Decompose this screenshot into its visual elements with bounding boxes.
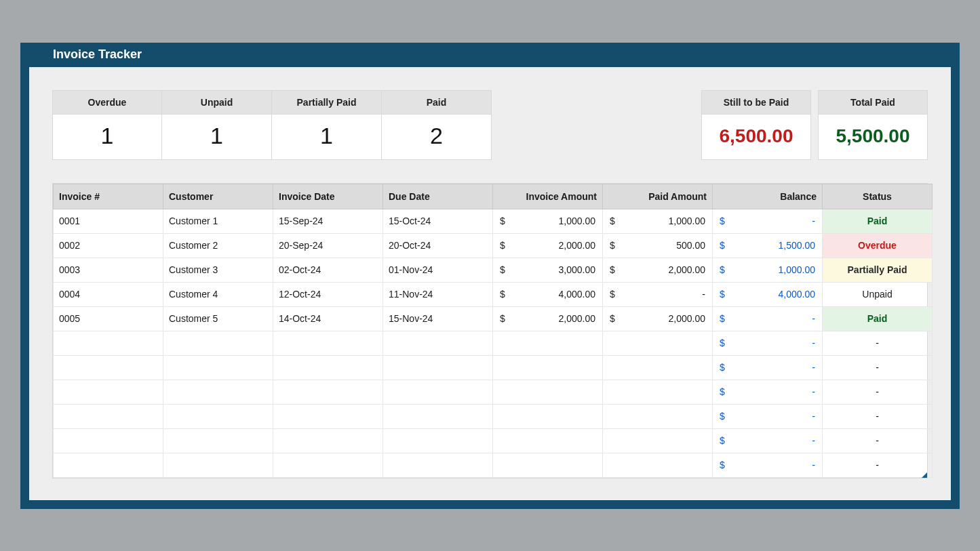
cell <box>383 453 493 477</box>
col-header[interactable]: Invoice Amount <box>493 184 603 209</box>
table-row[interactable]: $-- <box>54 355 933 380</box>
currency-symbol: $ <box>718 216 725 226</box>
currency-symbol: $ <box>498 264 505 275</box>
cell <box>383 355 493 380</box>
currency-symbol: $ <box>718 264 725 275</box>
summary-card-overdue: Overdue1 <box>52 90 162 160</box>
cell <box>163 380 273 404</box>
cell <box>383 404 493 428</box>
summary-card-paid: Paid2 <box>382 90 492 160</box>
col-header[interactable]: Status <box>823 184 933 209</box>
table-row[interactable]: 0001Customer 115-Sep-2415-Oct-24$1,000.0… <box>54 209 933 233</box>
cell <box>54 331 163 355</box>
money-value: 2,000.00 <box>669 313 707 324</box>
money-value: 2,000.00 <box>669 264 707 275</box>
money-value: - <box>812 386 817 397</box>
status-cell: - <box>823 404 933 428</box>
money-cell: $3,000.00 <box>498 264 597 275</box>
cell: Customer 4 <box>163 282 273 306</box>
cell <box>603 355 713 380</box>
col-header[interactable]: Due Date <box>383 184 493 209</box>
currency-symbol: $ <box>498 313 505 324</box>
table-row[interactable]: 0002Customer 220-Sep-2420-Oct-24$2,000.0… <box>54 233 933 258</box>
cell: 12-Oct-24 <box>273 282 383 306</box>
currency-symbol: $ <box>718 313 725 324</box>
cell <box>493 380 603 404</box>
money-cell: $1,500.00 <box>718 240 817 251</box>
summary-card-value: 1 <box>53 115 161 159</box>
col-header[interactable]: Invoice Date <box>273 184 383 209</box>
table-row[interactable]: $-- <box>54 331 933 355</box>
col-header[interactable]: Invoice # <box>54 184 163 209</box>
cell <box>273 404 383 428</box>
table-row[interactable]: $-- <box>54 428 933 453</box>
money-value: - <box>812 435 817 446</box>
money-cell: $2,000.00 <box>498 240 597 251</box>
status-cell: - <box>823 380 933 404</box>
cell: Customer 5 <box>163 306 273 331</box>
status-cell: Partially Paid <box>823 258 933 282</box>
app-frame: Invoice Tracker Overdue1Unpaid1Partially… <box>20 43 960 509</box>
currency-symbol: $ <box>718 386 725 397</box>
currency-symbol: $ <box>608 216 615 226</box>
money-cell: $4,000.00 <box>498 289 597 300</box>
currency-symbol: $ <box>718 460 725 470</box>
cell: Customer 1 <box>163 209 273 233</box>
summary-card-label: Still to be Paid <box>702 91 810 115</box>
cell: 20-Sep-24 <box>273 233 383 258</box>
col-header[interactable]: Balance <box>713 184 823 209</box>
cell: 01-Nov-24 <box>383 258 493 282</box>
currency-symbol: $ <box>718 411 725 422</box>
cell <box>163 453 273 477</box>
money-value: 500.00 <box>676 240 707 251</box>
currency-symbol: $ <box>498 240 505 251</box>
currency-symbol: $ <box>498 289 505 300</box>
table-row[interactable]: 0003Customer 302-Oct-2401-Nov-24$3,000.0… <box>54 258 933 282</box>
table-row[interactable]: $-- <box>54 380 933 404</box>
invoice-table-wrap: Invoice #CustomerInvoice DateDue DateInv… <box>52 183 928 478</box>
money-value: - <box>812 216 817 226</box>
money-cell: $- <box>718 362 817 373</box>
money-cell: $1,000.00 <box>608 216 707 226</box>
table-row[interactable]: 0004Customer 412-Oct-2411-Nov-24$4,000.0… <box>54 282 933 306</box>
cell: 0004 <box>54 282 163 306</box>
cell <box>493 355 603 380</box>
status-cell: Unpaid <box>823 282 933 306</box>
cell <box>383 331 493 355</box>
cell: 15-Nov-24 <box>383 306 493 331</box>
status-cell: - <box>823 453 933 477</box>
summary-card-label: Unpaid <box>162 91 271 115</box>
cell <box>273 355 383 380</box>
cell: 0002 <box>54 233 163 258</box>
money-value: - <box>812 313 817 324</box>
cell <box>493 331 603 355</box>
table-resize-handle-icon[interactable] <box>922 472 927 478</box>
cell: 14-Oct-24 <box>273 306 383 331</box>
table-row[interactable]: $-- <box>54 453 933 477</box>
money-cell: $- <box>718 313 817 324</box>
currency-symbol: $ <box>608 240 615 251</box>
status-cell: Paid <box>823 306 933 331</box>
money-cell: $1,000.00 <box>718 264 817 275</box>
cell <box>54 355 163 380</box>
table-row[interactable]: $-- <box>54 404 933 428</box>
money-cell: $4,000.00 <box>718 289 817 300</box>
currency-symbol: $ <box>718 338 725 348</box>
table-row[interactable]: 0005Customer 514-Oct-2415-Nov-24$2,000.0… <box>54 306 933 331</box>
currency-symbol: $ <box>718 435 725 446</box>
cell <box>493 404 603 428</box>
summary-card-value: 1 <box>162 115 271 159</box>
page-title: Invoice Tracker <box>53 47 142 62</box>
money-value: - <box>812 362 817 373</box>
currency-symbol: $ <box>718 289 725 300</box>
money-value: 2,000.00 <box>559 240 597 251</box>
cell <box>493 428 603 453</box>
title-bar: Invoice Tracker <box>20 43 960 67</box>
money-value: 2,000.00 <box>559 313 597 324</box>
money-value: 1,000.00 <box>559 216 597 226</box>
status-cell: Overdue <box>823 233 933 258</box>
col-header[interactable]: Customer <box>163 184 273 209</box>
cell: 11-Nov-24 <box>383 282 493 306</box>
col-header[interactable]: Paid Amount <box>603 184 713 209</box>
cell: 20-Oct-24 <box>383 233 493 258</box>
